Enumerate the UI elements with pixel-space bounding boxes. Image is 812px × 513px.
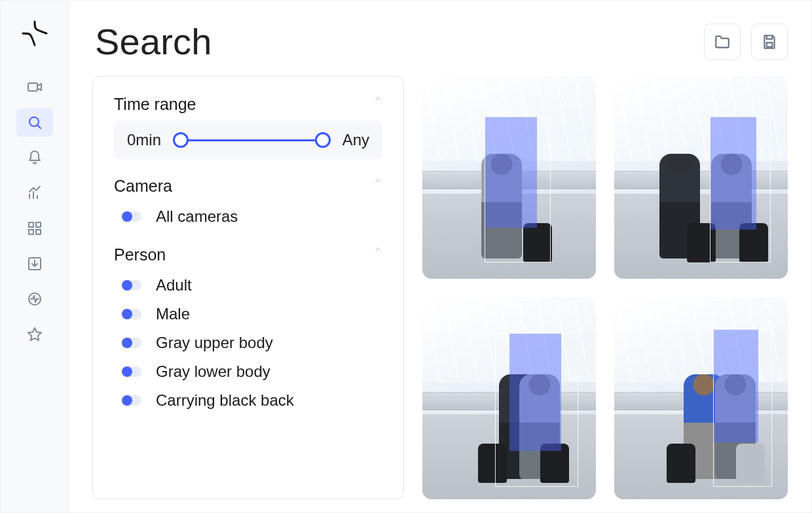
folder-icon	[714, 33, 731, 50]
time-range-slider[interactable]: 0min Any	[114, 120, 382, 160]
svg-rect-0	[28, 83, 37, 91]
sidebar-item-alerts[interactable]	[16, 143, 53, 172]
filter-item-lower[interactable]: Gray lower body	[114, 357, 382, 386]
toggle-on-icon[interactable]	[122, 338, 141, 348]
page-title: Search	[92, 20, 212, 63]
result-thumbnail[interactable]	[614, 76, 788, 279]
bell-icon	[27, 150, 43, 166]
slider-handle-max[interactable]	[315, 132, 331, 148]
filter-item-male[interactable]: Male	[114, 300, 382, 328]
toggle-on-icon[interactable]	[122, 395, 141, 406]
filter-item-adult[interactable]: Adult	[114, 271, 382, 300]
filter-label: Gray upper body	[156, 334, 273, 352]
sidebar-item-video[interactable]	[16, 73, 53, 101]
save-button[interactable]	[751, 24, 788, 60]
svg-rect-4	[29, 230, 33, 234]
app-frame: Search Time range ˄ 0min	[0, 0, 812, 513]
main-area: Search Time range ˄ 0min	[69, 1, 811, 512]
sidebar	[1, 1, 69, 512]
detection-box	[495, 333, 578, 487]
luggage	[667, 444, 695, 483]
top-actions	[704, 24, 788, 60]
section-title: Time range	[114, 95, 196, 114]
section-time-range[interactable]: Time range ˄	[114, 95, 382, 114]
slider-track[interactable]	[173, 131, 331, 149]
chevron-up-icon: ˄	[374, 177, 382, 196]
filters-panel: Time range ˄ 0min Any Camera ˄	[92, 76, 404, 499]
section-camera[interactable]: Camera ˄	[114, 177, 382, 196]
section-title: Camera	[114, 177, 172, 196]
slider-min-label: 0min	[127, 131, 161, 149]
chevron-up-icon: ˄	[374, 95, 382, 114]
video-icon	[27, 79, 43, 95]
filter-item-bag[interactable]: Carrying black back	[114, 386, 382, 415]
filter-label: Male	[156, 305, 190, 323]
result-thumbnail[interactable]	[614, 297, 788, 500]
sidebar-item-search[interactable]	[16, 108, 53, 137]
grid-icon	[27, 221, 43, 236]
sidebar-item-analytics[interactable]	[16, 179, 53, 207]
filter-label: Adult	[156, 276, 192, 294]
slider-handle-min[interactable]	[173, 132, 189, 148]
sidebar-item-favorites[interactable]	[16, 320, 53, 349]
toggle-on-icon[interactable]	[122, 280, 141, 291]
section-title: Person	[114, 245, 166, 264]
slider-fill	[181, 139, 323, 141]
toggle-on-icon[interactable]	[122, 211, 141, 222]
filter-label: All cameras	[156, 207, 238, 226]
open-folder-button[interactable]	[704, 24, 741, 60]
result-thumbnail[interactable]	[422, 76, 596, 279]
logo-mark-icon	[22, 20, 48, 46]
detection-box	[485, 116, 551, 262]
result-thumbnail[interactable]	[422, 297, 596, 500]
sidebar-item-download[interactable]	[16, 249, 53, 278]
toggle-on-icon[interactable]	[122, 366, 141, 377]
section-person[interactable]: Person ˄	[114, 245, 382, 264]
svg-rect-3	[36, 222, 41, 227]
svg-rect-8	[767, 43, 773, 47]
sidebar-item-grid[interactable]	[16, 214, 53, 243]
app-logo	[22, 20, 48, 46]
chart-icon	[27, 185, 43, 201]
svg-rect-2	[29, 222, 33, 227]
filter-label: Gray lower body	[156, 363, 270, 381]
detection-box	[710, 116, 771, 262]
filter-item-upper[interactable]: Gray upper body	[114, 328, 382, 357]
content-row: Time range ˄ 0min Any Camera ˄	[92, 76, 788, 499]
filter-item-camera-all[interactable]: All cameras	[114, 202, 382, 231]
star-icon	[27, 327, 43, 342]
slider-max-label: Any	[342, 131, 369, 149]
svg-rect-5	[36, 230, 41, 234]
save-icon	[761, 33, 778, 50]
chevron-up-icon: ˄	[374, 245, 382, 264]
topbar: Search	[92, 20, 788, 63]
results-grid	[422, 76, 788, 499]
search-icon	[27, 115, 43, 130]
svg-point-1	[29, 117, 39, 126]
detection-box	[713, 329, 772, 487]
sidebar-item-activity[interactable]	[16, 285, 53, 313]
filter-label: Carrying black back	[156, 391, 294, 410]
download-icon	[27, 256, 43, 272]
pulse-icon	[27, 291, 43, 307]
toggle-on-icon[interactable]	[122, 309, 141, 319]
